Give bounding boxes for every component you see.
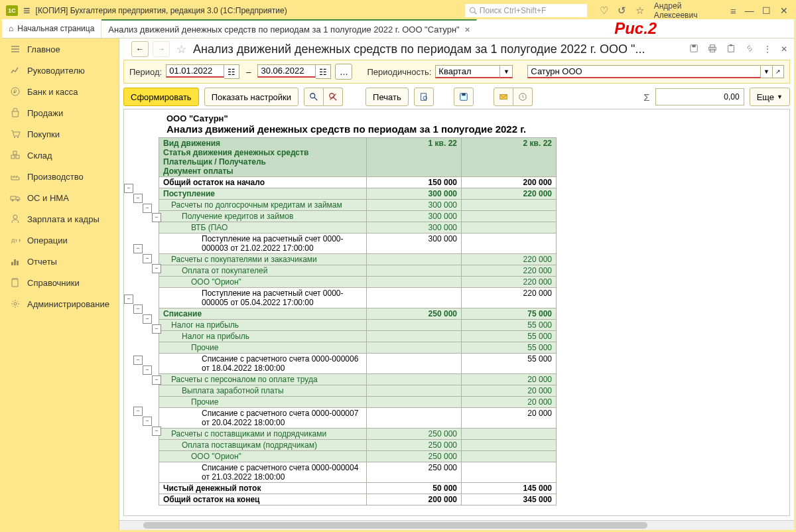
periodicity-select[interactable] (435, 65, 500, 78)
link-icon[interactable] (742, 44, 757, 55)
calendar-from-icon[interactable]: ☷ (224, 64, 239, 79)
sidebar-item-warehouse[interactable]: Склад (2, 145, 119, 166)
scrollbar-thumb[interactable] (143, 522, 647, 529)
tree-toggle[interactable]: − (152, 375, 161, 385)
table-row[interactable]: Поступление на расчетный счет 0000-00000… (159, 233, 557, 254)
sidebar-item-main[interactable]: Главное (2, 38, 119, 60)
forward-button[interactable]: → (153, 41, 170, 57)
tree-toggle[interactable]: − (133, 407, 143, 416)
tree-toggle[interactable]: − (133, 356, 143, 365)
sidebar-item-purchases[interactable]: Покупки (2, 123, 119, 145)
tree-toggle[interactable]: − (143, 417, 152, 426)
table-row[interactable]: Получение кредитов и займов300 000 (159, 211, 557, 222)
home-tab[interactable]: ⌂ Начальная страница (2, 19, 101, 38)
sidebar-item-catalogs[interactable]: Справочники (2, 272, 119, 293)
table-row[interactable]: Прочие55 000 (159, 342, 557, 354)
table-row[interactable]: Поступление300 000220 000 (159, 188, 557, 200)
table-row[interactable]: Расчеты с покупателями и заказчиками220 … (159, 254, 557, 265)
bell-icon[interactable]: ♡ (598, 5, 610, 17)
menu-icon[interactable]: ≡ (23, 4, 31, 18)
minimize-btn[interactable]: — (744, 5, 756, 16)
tree-toggle[interactable]: − (152, 213, 161, 222)
report-area[interactable]: −−−−−−−−−−−−−−−−− ООО "Сатурн" Анализ дв… (123, 109, 790, 516)
table-row[interactable]: Общий остаток на конец200 000345 000 (159, 494, 557, 505)
table-row[interactable]: Расчеты с поставщиками и подрядчиками250… (159, 429, 557, 440)
more-button[interactable]: Еще ▼ (750, 88, 790, 106)
run-button[interactable]: Сформировать (123, 88, 199, 106)
active-tab[interactable]: Анализ движений денежных средств по пери… (101, 19, 477, 38)
tree-toggle[interactable]: − (133, 194, 143, 203)
tree-toggle[interactable]: − (143, 204, 152, 213)
open-ref-icon[interactable]: ↗ (773, 65, 784, 78)
org-select[interactable] (527, 65, 761, 78)
preview-button[interactable] (414, 88, 434, 106)
star-icon[interactable]: ☆ (633, 5, 646, 17)
sidebar-item-reports[interactable]: Отчеты (2, 251, 119, 272)
table-row[interactable]: Оплата поставщикам (подрядчикам)250 000 (159, 440, 557, 451)
table-row[interactable]: Списание с расчетного счета 0000-000007 … (159, 408, 557, 429)
history-icon[interactable]: ↺ (616, 5, 628, 17)
period-from-input[interactable] (166, 64, 224, 78)
table-row[interactable]: Выплата заработной платы20 000 (159, 385, 557, 397)
table-row[interactable]: Поступление на расчетный счет 0000-00000… (159, 288, 557, 308)
period-to-input[interactable] (257, 64, 316, 78)
more-menu-icon[interactable]: ⋮ (761, 44, 774, 54)
table-row[interactable]: Списание с расчетного счета 0000-000006 … (159, 354, 557, 374)
user-name[interactable]: Андрей Алексеевич (651, 1, 723, 20)
close-btn[interactable]: ✕ (778, 5, 790, 16)
back-button[interactable]: ← (131, 41, 149, 57)
dropdown-icon[interactable]: ▼ (761, 65, 772, 78)
save-file-button[interactable] (454, 88, 474, 106)
email-schedule-button[interactable] (513, 88, 533, 106)
sidebar-item-manager[interactable]: Руководителю (2, 60, 119, 81)
table-row[interactable]: Списание с расчетного счета 0000-000004 … (159, 462, 557, 483)
table-row[interactable]: Списание250 00075 000 (159, 308, 557, 320)
tree-toggle[interactable]: − (124, 184, 133, 193)
tree-toggle[interactable]: − (152, 264, 161, 273)
find-cancel-button[interactable] (324, 88, 343, 106)
find-button[interactable] (304, 88, 324, 106)
user-menu-icon[interactable]: ≡ (728, 5, 738, 17)
table-row[interactable]: Налог на прибыль55 000 (159, 320, 557, 331)
table-row[interactable]: ООО "Орион"220 000 (159, 277, 557, 288)
sidebar-item-assets[interactable]: ОС и НМА (2, 187, 119, 208)
email-button[interactable] (494, 88, 513, 106)
tree-toggle[interactable]: − (143, 366, 152, 375)
horizontal-scrollbar[interactable] (119, 520, 794, 530)
save-icon[interactable] (687, 44, 701, 55)
tree-toggle[interactable]: − (133, 244, 143, 253)
tree-toggle[interactable]: − (152, 324, 161, 334)
tree-toggle[interactable]: − (133, 304, 143, 314)
sidebar-item-admin[interactable]: Администрирование (2, 293, 119, 314)
table-row[interactable]: Чистый денежный поток50 000145 000 (159, 483, 557, 494)
maximize-btn[interactable]: ☐ (761, 5, 773, 16)
tree-toggle[interactable]: − (152, 427, 161, 436)
sidebar-item-bank[interactable]: ₽Банк и касса (2, 81, 119, 102)
table-row[interactable]: ООО "Орион"250 000 (159, 451, 557, 462)
show-settings-button[interactable]: Показать настройки (204, 88, 298, 106)
period-more-button[interactable]: … (335, 64, 352, 80)
print-button[interactable]: Печать (365, 88, 409, 106)
close-page-icon[interactable]: ✕ (778, 44, 790, 54)
clipboard-icon[interactable] (724, 44, 738, 55)
table-row[interactable]: Расчеты с персоналом по оплате труда20 0… (159, 374, 557, 385)
tree-toggle[interactable]: − (143, 314, 152, 324)
sidebar-item-sales[interactable]: Продажи (2, 102, 119, 123)
calendar-to-icon[interactable]: ☷ (316, 64, 331, 79)
global-search-input[interactable]: Поиск Ctrl+Shift+F (465, 4, 587, 17)
tree-toggle[interactable]: − (143, 254, 152, 263)
table-row[interactable]: Расчеты по долгосрочным кредитам и займа… (159, 200, 557, 211)
table-row[interactable]: Налог на прибыль55 000 (159, 331, 557, 342)
table-row[interactable]: ВТБ (ПАО300 000 (159, 222, 557, 233)
dropdown-icon[interactable]: ▼ (500, 65, 513, 78)
tree-toggle[interactable]: − (124, 295, 133, 304)
sidebar-item-operations[interactable]: Дт КтОперации (2, 230, 119, 251)
table-row[interactable]: Общий остаток на начало150 000200 000 (159, 177, 557, 188)
table-row[interactable]: Прочие20 000 (159, 397, 557, 408)
close-tab-icon[interactable]: × (465, 25, 470, 34)
table-row[interactable]: Оплата от покупателей220 000 (159, 265, 557, 277)
sidebar-item-production[interactable]: Производство (2, 166, 119, 187)
sidebar-item-salary[interactable]: Зарплата и кадры (2, 208, 119, 230)
favorite-icon[interactable]: ☆ (174, 42, 189, 56)
print-icon[interactable] (705, 44, 720, 55)
